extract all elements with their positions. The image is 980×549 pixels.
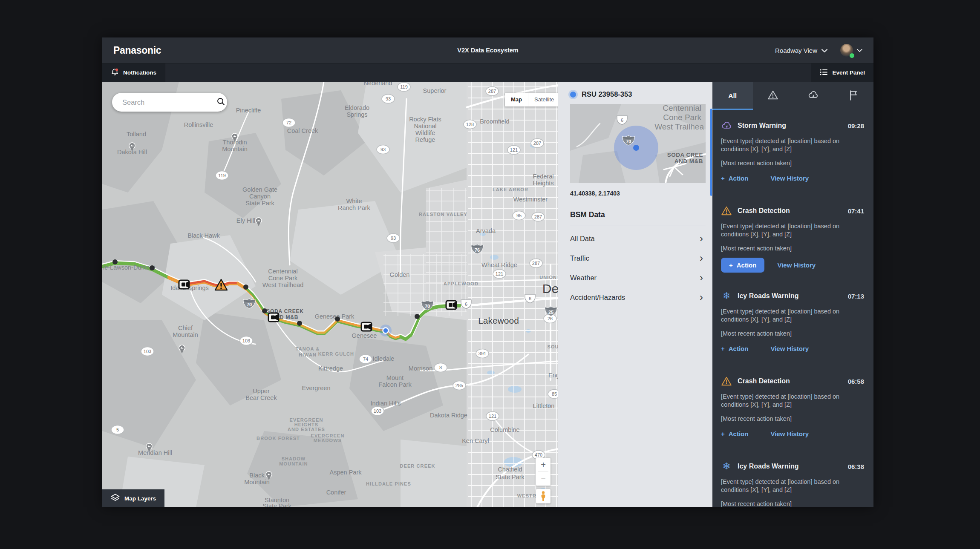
- search-icon[interactable]: [217, 98, 225, 107]
- map-label: TANOA &: [296, 346, 320, 351]
- svg-text:285: 285: [455, 383, 463, 388]
- route-shield: 95: [513, 211, 525, 220]
- map-label: Chief: [178, 325, 193, 331]
- map-canvas[interactable]: 1191197293939328728728728712812112112195…: [102, 82, 558, 507]
- action-button[interactable]: +Action: [721, 430, 748, 437]
- event-panel-button[interactable]: Event Panel: [811, 63, 873, 82]
- camera-marker[interactable]: [268, 313, 279, 322]
- map-label: UNION S: [539, 275, 558, 280]
- tab-flagged[interactable]: [833, 82, 874, 110]
- event-tabs: All: [712, 82, 873, 110]
- roadway-map[interactable]: 1191197293939328728728728712812112112195…: [102, 82, 558, 507]
- svg-text:287: 287: [532, 261, 540, 266]
- zoom-out-button[interactable]: −: [536, 472, 551, 486]
- map-label: Federal: [533, 173, 553, 180]
- svg-text:95: 95: [516, 213, 522, 218]
- camera-marker[interactable]: [446, 301, 456, 309]
- rsu-minimap[interactable]: 670CentennialCone ParkWest TrailheaSODA …: [570, 104, 706, 183]
- map-label: AND ESTATES: [288, 427, 325, 432]
- menu-item-weather[interactable]: Weather ›: [558, 268, 712, 287]
- chevron-down-icon: [857, 46, 862, 54]
- svg-text:103: 103: [242, 338, 250, 343]
- selected-rsu-marker[interactable]: [383, 328, 389, 333]
- search-input[interactable]: [121, 98, 217, 107]
- map-label: State Park: [245, 200, 274, 207]
- route-node-dot: [243, 285, 248, 290]
- svg-text:5: 5: [116, 427, 119, 432]
- view-selector-label: Roadway View: [775, 47, 817, 54]
- menu-item-all-data[interactable]: All Data ›: [558, 229, 712, 248]
- zoom-in-button[interactable]: +: [536, 458, 551, 471]
- app-window: Panasonic V2X Data Ecosystem Roadway Vie…: [102, 37, 873, 507]
- map-layers-button[interactable]: Map Layers: [102, 489, 164, 507]
- map-label: Falcon Park: [378, 381, 412, 388]
- event-title: Icy Roads Warning: [738, 292, 798, 300]
- map-type-satellite[interactable]: Satellite: [528, 93, 558, 106]
- map-label: Genesee Park: [315, 313, 355, 320]
- route-shield: 72: [282, 118, 295, 127]
- route-shield: 93: [387, 234, 400, 243]
- map-label: Rocky Flats: [409, 116, 441, 123]
- svg-text:26: 26: [548, 316, 553, 321]
- panel-scrollbar[interactable]: [710, 109, 712, 196]
- map-label: Wheat Ridge: [481, 262, 517, 268]
- tab-all[interactable]: All: [712, 82, 753, 110]
- camera-marker[interactable]: [361, 322, 372, 331]
- route-node-dot: [150, 265, 155, 270]
- tab-warnings[interactable]: [753, 82, 793, 110]
- online-status-dot: [850, 53, 854, 58]
- svg-text:70: 70: [626, 139, 631, 144]
- action-button[interactable]: +Action: [721, 345, 748, 352]
- map-label: Littleton: [533, 402, 555, 409]
- map-label: KERR GULCH: [318, 351, 354, 356]
- toolbar: Notfications Event Panel: [102, 63, 873, 82]
- map-label: Mountain: [173, 331, 198, 338]
- svg-text:8: 8: [439, 365, 442, 370]
- map-search: [112, 93, 227, 112]
- flag-icon: [848, 90, 859, 102]
- map-label: LAKE ARBOR: [493, 187, 528, 192]
- event-description: [Event type] detected at [location] base…: [721, 478, 855, 494]
- notifications-button[interactable]: Notfications: [102, 63, 165, 82]
- view-selector[interactable]: Roadway View: [775, 47, 827, 54]
- tab-storm-events[interactable]: [793, 82, 833, 110]
- route-shield: 119: [398, 83, 410, 92]
- action-button[interactable]: +Action: [721, 175, 748, 182]
- event-last-action: [Most recent action taken]: [721, 159, 855, 167]
- menu-item-traffic[interactable]: Traffic ›: [558, 248, 712, 268]
- map-label: Aspen Park: [330, 469, 362, 476]
- view-history-link[interactable]: View History: [770, 430, 809, 437]
- bsm-data-title: BSM Data: [558, 197, 712, 225]
- map-label: Nederland: [364, 82, 392, 86]
- map-type-map[interactable]: Map: [505, 93, 528, 106]
- view-history-link[interactable]: View History: [777, 262, 816, 269]
- map-layers-label: Map Layers: [124, 495, 156, 502]
- route-node-dot: [112, 259, 118, 264]
- menu-item-accident-hazards[interactable]: Accident/Hazards ›: [558, 287, 712, 307]
- route-shield: 8: [434, 363, 447, 372]
- map-label: APPLEWOOD: [444, 281, 478, 286]
- map-label: SOUT: [548, 344, 558, 349]
- camera-marker[interactable]: [179, 280, 189, 289]
- map-label: Evergreen: [302, 385, 331, 391]
- notifications-label: Notfications: [123, 69, 156, 76]
- avatar: [840, 44, 853, 57]
- svg-text:6: 6: [621, 118, 623, 123]
- map-label: Conifer: [326, 489, 346, 496]
- route-shield: 391: [476, 349, 489, 358]
- user-menu[interactable]: [840, 44, 862, 57]
- event-card: Storm Warning 09:28 [Event type] detecte…: [712, 110, 873, 195]
- map-label: Ely Hill: [236, 217, 255, 224]
- view-history-link[interactable]: View History: [770, 345, 809, 352]
- route-shield: 93: [382, 95, 395, 103]
- street-view-pegman[interactable]: [536, 489, 551, 503]
- chevron-right-icon: ›: [700, 254, 703, 262]
- map-label: MOUNTAIN: [279, 461, 308, 466]
- event-card: Crash Detection 07:41 [Event type] detec…: [712, 195, 873, 280]
- svg-text:287: 287: [533, 141, 541, 146]
- svg-text:128: 128: [466, 122, 474, 127]
- snowflake-icon: ❄: [721, 290, 732, 302]
- map-label: Eng: [548, 372, 558, 379]
- action-button[interactable]: +Action: [721, 258, 764, 273]
- view-history-link[interactable]: View History: [770, 175, 809, 182]
